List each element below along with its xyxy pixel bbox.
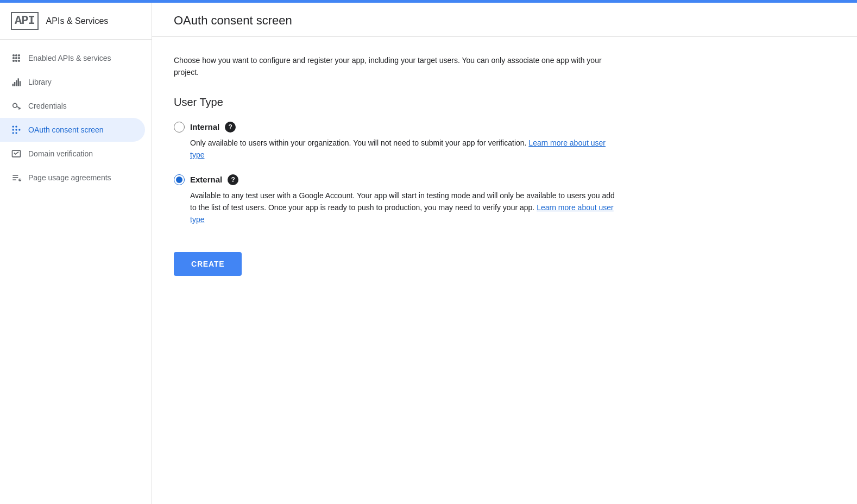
sidebar-item-library[interactable]: Library (0, 70, 145, 94)
svg-point-2 (18, 54, 20, 56)
svg-point-20 (12, 129, 14, 130)
sidebar-header: API APIs & Services (0, 3, 152, 40)
app-layout: API APIs & Services (0, 3, 857, 504)
external-description: Available to any test user with a Google… (190, 190, 619, 226)
sidebar-item-page-usage[interactable]: Page usage agreements (0, 166, 145, 190)
svg-point-3 (12, 57, 15, 59)
grid-icon (11, 53, 28, 64)
sidebar: API APIs & Services (0, 3, 152, 504)
oauth-icon (11, 124, 28, 135)
internal-radio[interactable] (174, 122, 185, 133)
sidebar-item-oauth-consent[interactable]: OAuth consent screen (0, 118, 145, 142)
api-logo: API (11, 12, 39, 30)
svg-point-0 (12, 54, 15, 56)
nav-label-library: Library (28, 78, 52, 86)
svg-point-23 (12, 132, 14, 134)
sidebar-item-domain-verification[interactable]: Domain verification (0, 142, 145, 166)
svg-point-6 (12, 60, 15, 62)
sidebar-item-enabled-apis[interactable]: Enabled APIs & services (0, 46, 145, 70)
external-option: External ? Available to any test user wi… (174, 174, 619, 226)
svg-point-4 (15, 57, 17, 59)
main-header: OAuth consent screen (152, 3, 857, 37)
svg-rect-12 (18, 78, 20, 86)
nav-label-domain-verification: Domain verification (28, 149, 93, 158)
internal-label-row: Internal ? (174, 122, 619, 133)
external-label-row: External ? (174, 174, 619, 185)
internal-label[interactable]: Internal (190, 122, 219, 131)
svg-rect-9 (12, 84, 14, 86)
nav-label-credentials: Credentials (28, 102, 67, 110)
svg-rect-13 (20, 81, 21, 86)
create-button[interactable]: CREATE (174, 252, 242, 276)
svg-point-19 (15, 126, 17, 128)
internal-option: Internal ? Only available to users withi… (174, 122, 619, 161)
main-content: OAuth consent screen Choose how you want… (152, 3, 857, 504)
svg-point-5 (18, 57, 20, 59)
nav-label-enabled-apis: Enabled APIs & services (28, 54, 111, 62)
sidebar-nav: Enabled APIs & services Library (0, 40, 152, 504)
library-icon (11, 77, 28, 87)
svg-point-18 (12, 126, 14, 128)
domain-icon (11, 148, 28, 159)
svg-point-7 (15, 60, 17, 62)
svg-point-22 (18, 129, 20, 130)
content-area: Choose how you want to configure and reg… (152, 37, 641, 293)
internal-description: Only available to users within your orga… (190, 137, 619, 161)
svg-point-8 (18, 60, 20, 62)
internal-help-icon[interactable]: ? (225, 122, 236, 133)
svg-point-14 (13, 103, 17, 108)
svg-point-1 (15, 54, 17, 56)
description-text: Choose how you want to configure and reg… (174, 54, 619, 79)
svg-rect-11 (16, 80, 17, 86)
sidebar-item-credentials[interactable]: Credentials (0, 94, 145, 118)
page-title: OAuth consent screen (174, 14, 835, 28)
external-label[interactable]: External (190, 175, 222, 184)
nav-label-oauth-consent: OAuth consent screen (28, 125, 104, 134)
svg-rect-10 (14, 82, 15, 86)
nav-label-page-usage: Page usage agreements (28, 173, 111, 182)
user-type-section-title: User Type (174, 96, 619, 109)
sidebar-title: APIs & Services (46, 16, 109, 26)
page-icon (11, 172, 28, 183)
external-help-icon[interactable]: ? (228, 174, 238, 185)
key-icon (11, 100, 28, 111)
svg-point-21 (15, 129, 17, 130)
external-radio[interactable] (174, 174, 185, 185)
svg-point-24 (15, 132, 17, 134)
